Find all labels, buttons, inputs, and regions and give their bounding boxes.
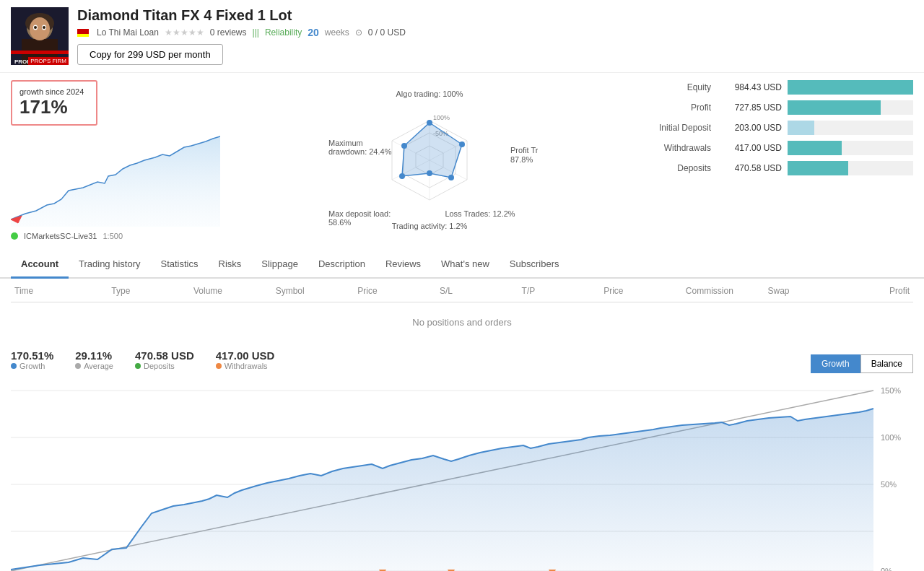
withdrawals-track [788,141,913,155]
author-row: Lo Thi Mai Loan ★★★★★ 0 reviews ||| Reli… [77,27,913,38]
broker-row: ICMarketsSC-Live31 1:500 [11,232,220,240]
table-section: Time Type Volume Symbol Price S/L T/P Pr… [0,280,924,342]
tab-whats-new[interactable]: What's new [431,251,500,279]
reliability-icon: ||| [253,27,259,38]
page-title: Diamond Titan FX 4 Fixed 1 Lot [77,7,292,24]
growth-chart-svg: 150% 100% 50% 0% 0 [11,383,906,571]
stat-growth-val: 170.51% [11,349,53,362]
tab-account[interactable]: Account [11,251,69,279]
col-volume: Volume [190,286,272,296]
stat-deposits-lbl: Deposits [135,362,194,370]
col-price: Price [354,286,436,296]
average-dot [75,363,81,369]
svg-point-9 [34,26,37,29]
chart-stats: 170.51% Growth 29.11% Average 470.58 USD… [11,349,274,370]
broker-name: ICMarketsSC-Live31 [24,232,97,240]
stat-withdrawals: 417.00 USD Withdrawals [216,349,275,370]
weeks-value: 20 [308,27,319,38]
svg-text:Trading activity: 1.2%: Trading activity: 1.2% [392,222,468,230]
equity-row: Equity 984.43 USD [639,80,913,95]
withdrawals-dot [216,363,222,369]
svg-point-30 [459,141,465,147]
stat-average: 29.11% Average [75,349,113,370]
tabs: Account Trading history Statistics Risks… [0,251,924,279]
svg-text:58.6%: 58.6% [328,218,351,227]
flag-icon [77,29,89,37]
svg-point-32 [427,170,432,176]
tab-reviews[interactable]: Reviews [375,251,431,279]
equity-label: Equity [639,82,711,92]
deposits-value: 470.58 USD [717,163,782,173]
equity-fill [788,80,913,95]
svg-point-10 [43,26,45,29]
deposits-label: Deposits [639,163,711,173]
chart-toggle: Growth Balance [811,354,913,373]
svg-text:Maximum: Maximum [328,139,363,147]
col-profit: Profit [846,286,913,296]
radar-section: Algo trading: 100% Profit Trades: 87.8% … [235,80,624,240]
deposits-row: Deposits 470.58 USD [639,161,913,175]
withdrawals-label: Withdrawals [639,143,711,153]
svg-text:100%: 100% [881,433,901,442]
tab-trading-history[interactable]: Trading history [69,251,151,279]
profit-row: Profit 727.85 USD [639,100,913,115]
online-dot [11,232,18,240]
usd-value: 0 / 0 USD [368,27,406,38]
profit-fill [788,100,881,115]
reliability-label: Reliability [265,27,302,38]
withdrawals-value: 417.00 USD [717,143,782,153]
svg-text:100%: 100% [433,114,450,121]
stars: ★★★★★ [165,27,204,38]
tab-subscribers[interactable]: Subscribers [500,251,570,279]
profit-value: 727.85 USD [717,103,782,113]
radar-grid: 100% -50% [392,114,467,200]
growth-dot [11,363,17,369]
balance-toggle-btn[interactable]: Balance [860,354,913,373]
col-commission: Commission [682,286,764,296]
growth-box: growth since 2024 171% ICMarketsSC-Live3… [11,80,220,240]
svg-text:Loss Trades: 12.2%: Loss Trades: 12.2% [445,209,515,218]
stat-average-lbl: Average [75,362,113,370]
initial-deposit-track [788,121,913,135]
svg-text:50%: 50% [881,480,897,489]
stat-deposits: 470.58 USD Deposits [135,349,194,370]
bar-stats: Equity 984.43 USD Profit 727.85 USD Init… [639,80,913,240]
chart-section: 170.51% Growth 29.11% Average 470.58 USD… [0,342,924,571]
col-time: Time [11,286,108,296]
stat-growth-lbl: Growth [11,362,53,370]
growth-toggle-btn[interactable]: Growth [811,354,860,373]
avatar-badge: PROPS FIRM [28,57,69,65]
tab-statistics[interactable]: Statistics [151,251,209,279]
svg-point-33 [399,173,405,179]
profit-track [788,100,913,115]
svg-text:drawdown: 24.4%: drawdown: 24.4% [328,147,392,156]
col-symbol: Symbol [272,286,354,296]
tab-description[interactable]: Description [308,251,375,279]
svg-text:87.8%: 87.8% [510,155,533,164]
initial-deposit-row: Initial Deposit 203.00 USD [639,121,913,135]
svg-marker-28 [402,123,462,178]
deposits-track [788,161,913,175]
withdrawals-fill [788,141,842,155]
header-info: Diamond Titan FX 4 Fixed 1 Lot Lo Thi Ma… [77,7,913,65]
svg-text:Algo trading: 100%: Algo trading: 100% [396,90,463,98]
tab-slippage[interactable]: Slippage [251,251,308,279]
mini-growth-chart [11,126,220,227]
col-tp: T/P [518,286,601,296]
col-sl: S/L [436,286,518,296]
stat-withdrawals-val: 417.00 USD [216,349,275,362]
withdrawals-row: Withdrawals 417.00 USD [639,141,913,155]
avatar: PROPS FIRM PROPS FIRM [11,7,69,65]
weeks-label: weeks [325,27,349,38]
svg-point-31 [448,175,454,180]
copy-button[interactable]: Copy for 299 USD per month [77,44,223,65]
svg-point-34 [401,143,407,149]
no-data-message: No positions and orders [11,302,913,342]
deposits-dot [135,363,141,369]
equity-value: 984.43 USD [717,82,782,92]
stat-withdrawals-lbl: Withdrawals [216,362,275,370]
initial-deposit-label: Initial Deposit [639,123,711,133]
col-close-price: Price [600,286,682,296]
author-name: Lo Thi Mai Loan [97,27,159,38]
tab-risks[interactable]: Risks [209,251,252,279]
